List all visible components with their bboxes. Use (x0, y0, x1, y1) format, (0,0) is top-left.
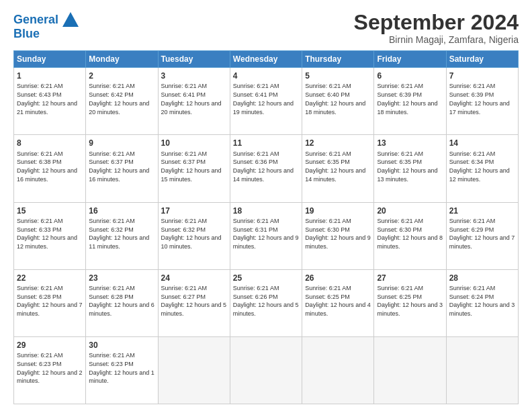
table-row: 12Sunrise: 6:21 AMSunset: 6:35 PMDayligh… (302, 135, 374, 202)
day-info: Sunrise: 6:21 AMSunset: 6:42 PMDaylight:… (89, 83, 149, 115)
table-row (158, 336, 230, 404)
calendar-week-row: 15Sunrise: 6:21 AMSunset: 6:33 PMDayligh… (14, 202, 519, 269)
table-row: 30Sunrise: 6:21 AMSunset: 6:23 PMDayligh… (86, 336, 158, 404)
table-row: 9Sunrise: 6:21 AMSunset: 6:37 PMDaylight… (86, 135, 158, 202)
header: General Blue September 2024 Birnin Magaj… (13, 11, 519, 45)
table-row: 25Sunrise: 6:21 AMSunset: 6:26 PMDayligh… (230, 269, 302, 336)
table-row: 15Sunrise: 6:21 AMSunset: 6:33 PMDayligh… (14, 202, 86, 269)
logo-icon (61, 11, 80, 30)
table-row: 21Sunrise: 6:21 AMSunset: 6:29 PMDayligh… (446, 202, 518, 269)
table-row: 22Sunrise: 6:21 AMSunset: 6:28 PMDayligh… (14, 269, 86, 336)
day-info: Sunrise: 6:21 AMSunset: 6:30 PMDaylight:… (377, 218, 443, 250)
day-number: 24 (161, 273, 227, 283)
day-info: Sunrise: 6:21 AMSunset: 6:31 PMDaylight:… (233, 218, 299, 250)
day-number: 27 (377, 273, 443, 283)
day-info: Sunrise: 6:21 AMSunset: 6:36 PMDaylight:… (233, 150, 294, 183)
day-number: 28 (449, 273, 515, 283)
table-row (446, 336, 518, 404)
page: General Blue September 2024 Birnin Magaj… (0, 0, 532, 411)
day-number: 2 (89, 71, 154, 81)
day-number: 30 (89, 340, 154, 351)
day-info: Sunrise: 6:21 AMSunset: 6:30 PMDaylight:… (305, 218, 371, 250)
day-info: Sunrise: 6:21 AMSunset: 6:32 PMDaylight:… (161, 218, 222, 250)
day-info: Sunrise: 6:21 AMSunset: 6:41 PMDaylight:… (161, 83, 222, 115)
day-info: Sunrise: 6:21 AMSunset: 6:28 PMDaylight:… (17, 285, 83, 317)
day-info: Sunrise: 6:21 AMSunset: 6:41 PMDaylight:… (233, 83, 294, 115)
day-info: Sunrise: 6:21 AMSunset: 6:23 PMDaylight:… (89, 352, 154, 384)
title-block: September 2024 Birnin Magaji, Zamfara, N… (354, 11, 519, 45)
day-info: Sunrise: 6:21 AMSunset: 6:34 PMDaylight:… (449, 150, 510, 183)
month-title: September 2024 (354, 11, 519, 34)
table-row: 23Sunrise: 6:21 AMSunset: 6:28 PMDayligh… (86, 269, 158, 336)
table-row: 7Sunrise: 6:21 AMSunset: 6:39 PMDaylight… (446, 68, 518, 135)
day-info: Sunrise: 6:21 AMSunset: 6:38 PMDaylight:… (17, 150, 77, 183)
day-number: 18 (233, 205, 299, 216)
day-info: Sunrise: 6:21 AMSunset: 6:26 PMDaylight:… (233, 285, 299, 317)
calendar-week-row: 22Sunrise: 6:21 AMSunset: 6:28 PMDayligh… (14, 269, 519, 336)
day-info: Sunrise: 6:21 AMSunset: 6:39 PMDaylight:… (449, 83, 510, 115)
calendar-header-row: Sunday Monday Tuesday Wednesday Thursday… (14, 51, 519, 68)
day-number: 22 (17, 273, 83, 283)
table-row: 6Sunrise: 6:21 AMSunset: 6:39 PMDaylight… (374, 68, 446, 135)
table-row: 2Sunrise: 6:21 AMSunset: 6:42 PMDaylight… (86, 68, 158, 135)
day-number: 8 (17, 138, 83, 148)
day-number: 21 (449, 205, 515, 216)
day-info: Sunrise: 6:21 AMSunset: 6:35 PMDaylight:… (377, 150, 437, 183)
day-number: 7 (449, 71, 515, 81)
day-number: 4 (233, 71, 299, 81)
col-monday: Monday (86, 51, 158, 68)
table-row: 27Sunrise: 6:21 AMSunset: 6:25 PMDayligh… (374, 269, 446, 336)
day-info: Sunrise: 6:21 AMSunset: 6:29 PMDaylight:… (449, 218, 515, 250)
table-row: 19Sunrise: 6:21 AMSunset: 6:30 PMDayligh… (302, 202, 374, 269)
day-number: 10 (161, 138, 227, 148)
day-number: 9 (89, 138, 154, 148)
day-number: 29 (17, 340, 83, 351)
calendar-week-row: 1Sunrise: 6:21 AMSunset: 6:43 PMDaylight… (14, 68, 519, 135)
table-row (230, 336, 302, 404)
col-tuesday: Tuesday (158, 51, 230, 68)
col-friday: Friday (374, 51, 446, 68)
day-number: 11 (233, 138, 299, 148)
day-info: Sunrise: 6:21 AMSunset: 6:25 PMDaylight:… (377, 285, 443, 317)
day-number: 6 (377, 71, 443, 81)
table-row: 28Sunrise: 6:21 AMSunset: 6:24 PMDayligh… (446, 269, 518, 336)
table-row: 24Sunrise: 6:21 AMSunset: 6:27 PMDayligh… (158, 269, 230, 336)
day-number: 19 (305, 205, 371, 216)
col-sunday: Sunday (14, 51, 86, 68)
day-info: Sunrise: 6:21 AMSunset: 6:27 PMDaylight:… (161, 285, 227, 317)
day-number: 13 (377, 138, 443, 148)
table-row: 29Sunrise: 6:21 AMSunset: 6:23 PMDayligh… (14, 336, 86, 404)
table-row: 20Sunrise: 6:21 AMSunset: 6:30 PMDayligh… (374, 202, 446, 269)
col-saturday: Saturday (446, 51, 518, 68)
table-row: 14Sunrise: 6:21 AMSunset: 6:34 PMDayligh… (446, 135, 518, 202)
table-row: 8Sunrise: 6:21 AMSunset: 6:38 PMDaylight… (14, 135, 86, 202)
table-row: 5Sunrise: 6:21 AMSunset: 6:40 PMDaylight… (302, 68, 374, 135)
day-number: 5 (305, 71, 371, 81)
day-number: 25 (233, 273, 299, 283)
day-info: Sunrise: 6:21 AMSunset: 6:33 PMDaylight:… (17, 218, 77, 250)
day-number: 23 (89, 273, 154, 283)
table-row: 3Sunrise: 6:21 AMSunset: 6:41 PMDaylight… (158, 68, 230, 135)
day-info: Sunrise: 6:21 AMSunset: 6:23 PMDaylight:… (17, 352, 83, 384)
calendar-week-row: 29Sunrise: 6:21 AMSunset: 6:23 PMDayligh… (14, 336, 519, 404)
table-row: 4Sunrise: 6:21 AMSunset: 6:41 PMDaylight… (230, 68, 302, 135)
day-number: 15 (17, 205, 83, 216)
day-number: 16 (89, 205, 154, 216)
day-info: Sunrise: 6:21 AMSunset: 6:24 PMDaylight:… (449, 285, 515, 317)
day-info: Sunrise: 6:21 AMSunset: 6:39 PMDaylight:… (377, 83, 437, 115)
day-number: 17 (161, 205, 227, 216)
table-row: 16Sunrise: 6:21 AMSunset: 6:32 PMDayligh… (86, 202, 158, 269)
day-info: Sunrise: 6:21 AMSunset: 6:32 PMDaylight:… (89, 218, 149, 250)
table-row: 13Sunrise: 6:21 AMSunset: 6:35 PMDayligh… (374, 135, 446, 202)
svg-marker-0 (62, 12, 79, 27)
day-info: Sunrise: 6:21 AMSunset: 6:37 PMDaylight:… (161, 150, 222, 183)
subtitle: Birnin Magaji, Zamfara, Nigeria (354, 34, 519, 45)
day-info: Sunrise: 6:21 AMSunset: 6:28 PMDaylight:… (89, 285, 154, 317)
calendar-table: Sunday Monday Tuesday Wednesday Thursday… (13, 50, 519, 404)
logo: General Blue (13, 11, 80, 41)
day-info: Sunrise: 6:21 AMSunset: 6:35 PMDaylight:… (305, 150, 365, 183)
table-row: 17Sunrise: 6:21 AMSunset: 6:32 PMDayligh… (158, 202, 230, 269)
col-wednesday: Wednesday (230, 51, 302, 68)
day-number: 14 (449, 138, 515, 148)
day-info: Sunrise: 6:21 AMSunset: 6:40 PMDaylight:… (305, 83, 365, 115)
